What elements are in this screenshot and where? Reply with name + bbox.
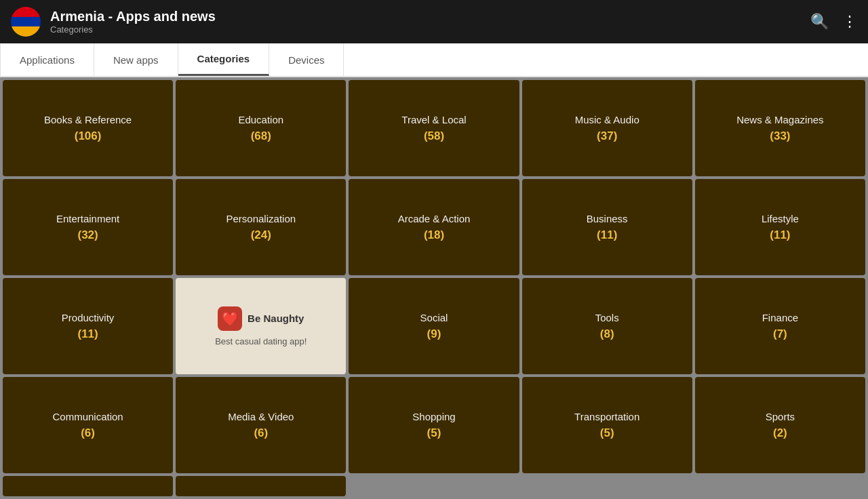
tab-bar: Applications New apps Categories Devices [0,43,868,77]
category-media-video[interactable]: Media & Video (6) [176,377,346,473]
category-social[interactable]: Social (9) [349,278,519,374]
category-transportation[interactable]: Transportation (5) [522,377,692,473]
category-shopping[interactable]: Shopping (5) [349,377,519,473]
tab-devices[interactable]: Devices [269,43,344,76]
partial-cell-3-empty [349,476,519,496]
flag-icon [11,7,41,37]
search-icon[interactable]: 🔍 [810,13,829,31]
category-communication[interactable]: Communication (6) [3,377,173,473]
header-actions: 🔍 ⋮ [810,13,857,31]
categories-grid: Books & Reference (106) Education (68) T… [0,77,868,476]
tab-applications[interactable]: Applications [0,43,94,76]
partial-cell-4-empty [522,476,692,496]
category-arcade-action[interactable]: Arcade & Action (18) [349,179,519,275]
app-title-block: Armenia - Apps and news Categories [50,9,810,35]
flag-orange [11,26,41,37]
category-business[interactable]: Business (11) [522,179,692,275]
ad-be-naughty[interactable]: ❤️ Be Naughty Best casual dating app! [176,278,346,374]
category-lifestyle[interactable]: Lifestyle (11) [695,179,865,275]
category-tools[interactable]: Tools (8) [522,278,692,374]
tab-categories[interactable]: Categories [178,43,270,76]
app-title: Armenia - Apps and news [50,9,810,24]
category-travel-local[interactable]: Travel & Local (58) [349,80,519,176]
category-personalization[interactable]: Personalization (24) [176,179,346,275]
partial-cell-1 [3,476,173,496]
tab-new-apps[interactable]: New apps [94,43,178,76]
category-education[interactable]: Education (68) [176,80,346,176]
category-books-reference[interactable]: Books & Reference (106) [3,80,173,176]
category-news-magazines[interactable]: News & Magazines (33) [695,80,865,176]
header: Armenia - Apps and news Categories 🔍 ⋮ [0,0,868,43]
category-productivity[interactable]: Productivity (11) [3,278,173,374]
category-finance[interactable]: Finance (7) [695,278,865,374]
category-sports[interactable]: Sports (2) [695,377,865,473]
ad-title: Be Naughty [248,313,304,324]
flag-red [11,7,41,17]
partial-cell-5-empty [695,476,865,496]
ad-header: ❤️ Be Naughty [218,306,304,331]
category-entertainment[interactable]: Entertainment (32) [3,179,173,275]
more-icon[interactable]: ⋮ [842,13,857,31]
partial-cell-2 [176,476,346,496]
ad-description: Best casual dating app! [215,336,307,346]
ad-app-icon: ❤️ [218,306,242,331]
app-subtitle: Categories [50,24,810,35]
partial-bottom-row [0,476,868,499]
category-music-audio[interactable]: Music & Audio (37) [522,80,692,176]
flag-blue [11,17,41,27]
